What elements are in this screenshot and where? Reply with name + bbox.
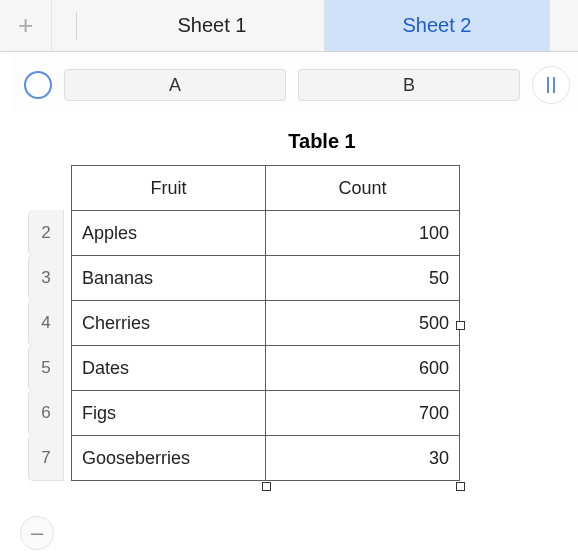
sheet-tab-bar: + Sheet 1 Sheet 2 [0, 0, 578, 52]
cell-fruit[interactable]: Bananas [71, 255, 266, 301]
cell-fruit[interactable]: Dates [71, 345, 266, 391]
cell-count[interactable]: 30 [265, 435, 460, 481]
header-cell-fruit[interactable]: Fruit [71, 165, 266, 211]
cell-count[interactable]: 600 [265, 345, 460, 391]
row-header[interactable]: 6 [28, 390, 64, 436]
freeze-columns-button[interactable] [532, 66, 570, 104]
column-header-A[interactable]: A [64, 69, 286, 101]
cell-fruit[interactable]: Apples [71, 210, 266, 256]
row-header[interactable]: 5 [28, 345, 64, 391]
table-grid: 1 Fruit Count 2 Apples 100 3 Bananas 50 … [28, 165, 578, 481]
cell-count[interactable]: 500 [265, 300, 460, 346]
column-header-B[interactable]: B [298, 69, 520, 101]
sheet-tab-1[interactable]: Sheet 1 [100, 0, 325, 51]
cell-count[interactable]: 50 [265, 255, 460, 301]
row-header[interactable]: 2 [28, 210, 64, 256]
cell-count[interactable]: 100 [265, 210, 460, 256]
row-header[interactable]: 3 [28, 255, 64, 301]
cell-fruit[interactable]: Cherries [71, 300, 266, 346]
selection-handle-right-mid[interactable] [456, 321, 465, 330]
spreadsheet-area: A B Table 1 1 Fruit Count 2 Apples 100 3… [0, 52, 578, 554]
select-all-circle[interactable] [24, 71, 52, 99]
column-header-strip: A B [10, 52, 578, 112]
selection-handle-bottom-mid[interactable] [262, 482, 271, 491]
sheet-tab-2[interactable]: Sheet 2 [325, 0, 550, 51]
collapse-rows-button[interactable]: – [20, 516, 54, 550]
add-sheet-button[interactable]: + [0, 0, 52, 51]
table-title[interactable]: Table 1 [66, 130, 578, 153]
selection-handle-bottom-right[interactable] [456, 482, 465, 491]
header-cell-count[interactable]: Count [265, 165, 460, 211]
row-header[interactable]: 4 [28, 300, 64, 346]
tab-separator [52, 0, 100, 51]
cell-fruit[interactable]: Figs [71, 390, 266, 436]
row-header[interactable]: 7 [28, 435, 64, 481]
cell-count[interactable]: 700 [265, 390, 460, 436]
cell-fruit[interactable]: Gooseberries [71, 435, 266, 481]
